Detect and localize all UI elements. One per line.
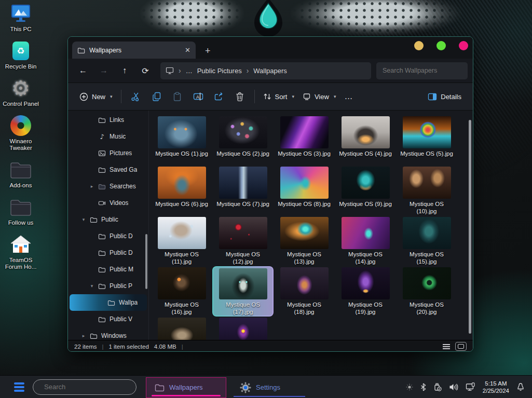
file-item[interactable]: Mystique OS (5).jpg: [396, 115, 457, 166]
file-thumbnail[interactable]: [158, 167, 206, 199]
sidebar-item-links[interactable]: Links: [70, 112, 147, 128]
sidebar-item-music[interactable]: ♪Music: [70, 128, 147, 145]
sidebar-item-videos[interactable]: Videos: [70, 195, 147, 211]
sidebar-item-windows[interactable]: ▸Windows: [70, 327, 147, 340]
network-display-icon[interactable]: [466, 382, 475, 391]
files-scrollbar[interactable]: [469, 120, 471, 334]
file-thumbnail[interactable]: [403, 116, 451, 148]
expand-chevron[interactable]: ▾: [81, 217, 86, 222]
file-item[interactable]: Mystique OS (20).jpg: [396, 266, 457, 317]
breadcrumb-ellipsis[interactable]: …: [186, 67, 193, 75]
up-button[interactable]: ↑: [115, 62, 134, 79]
file-item[interactable]: Mystique OS (9).jpg: [335, 166, 396, 216]
file-thumbnail[interactable]: [280, 116, 329, 148]
taskbar-clock[interactable]: 5:15 AM 2/25/2024: [483, 380, 509, 394]
start-button[interactable]: [14, 382, 24, 392]
file-thumbnail[interactable]: [342, 116, 390, 148]
desktop-icon-follow-us[interactable]: Follow us: [2, 197, 39, 226]
file-item[interactable]: Mystique OS (10).jpg: [396, 166, 457, 216]
view-button[interactable]: View ▾: [298, 90, 340, 104]
address-bar[interactable]: › … Public Pictures › Wallpapers: [160, 62, 371, 79]
file-thumbnail[interactable]: [158, 267, 206, 299]
sidebar-item-public-d[interactable]: Public D: [70, 228, 147, 244]
file-item[interactable]: Mystique OS (11).jpg: [151, 216, 212, 266]
back-button[interactable]: ←: [73, 62, 93, 79]
file-item[interactable]: Mystique OS (14).jpg: [335, 216, 396, 266]
new-tab-button[interactable]: +: [205, 46, 211, 59]
expand-chevron[interactable]: ▾: [89, 283, 94, 289]
desktop-icon-control-panel[interactable]: ⚙ Control Panel: [2, 78, 39, 107]
file-thumbnail[interactable]: [342, 217, 390, 249]
taskbar-search[interactable]: [33, 379, 137, 395]
sidebar-item-saved-ga[interactable]: Saved Ga: [70, 161, 147, 178]
sidebar-item-public-m[interactable]: Public M: [70, 261, 147, 278]
file-item[interactable]: Mystique OS (8).jpg: [274, 166, 335, 216]
copy-button[interactable]: [146, 88, 167, 105]
desktop-icon-this-pc[interactable]: This PC: [2, 3, 39, 33]
file-item[interactable]: Mystique OS (3).jpg: [274, 115, 335, 166]
sidebar-item-wallpa[interactable]: Wallpa: [70, 294, 147, 311]
file-thumbnail[interactable]: [158, 318, 206, 340]
taskbar-item-settings[interactable]: Settings: [231, 377, 307, 398]
file-thumbnail[interactable]: [219, 318, 267, 340]
search-input[interactable]: [383, 67, 461, 74]
file-item[interactable]: Mystique OS (17).jpg: [212, 266, 274, 317]
file-thumbnail[interactable]: [219, 167, 267, 199]
desktop-icon-recycle-bin[interactable]: ♻ Recycle Bin: [2, 40, 39, 70]
thumbnail-view-toggle[interactable]: [455, 342, 467, 351]
file-item[interactable]: Mystique OS (16).jpg: [151, 266, 212, 317]
breadcrumb-public-pictures[interactable]: Public Pictures: [197, 67, 242, 75]
file-thumbnail[interactable]: [219, 268, 267, 299]
breadcrumb-wallpapers[interactable]: Wallpapers: [253, 67, 287, 75]
maximize-button[interactable]: [436, 41, 446, 50]
tab-wallpapers[interactable]: Wallpapers ✕: [72, 42, 196, 59]
brightness-icon[interactable]: [406, 383, 413, 391]
new-button[interactable]: New ▾: [75, 89, 117, 104]
taskbar-item-wallpapers[interactable]: Wallpapers: [146, 377, 226, 398]
bluetooth-icon[interactable]: [420, 383, 426, 391]
file-item[interactable]: Mystique OS (12).jpg: [212, 216, 274, 266]
file-thumbnail[interactable]: [403, 167, 451, 199]
sidebar-item-public[interactable]: ▾Public: [70, 211, 147, 228]
sidebar-item-searches[interactable]: ▸Searches: [70, 178, 147, 195]
refresh-button[interactable]: ⟳: [135, 62, 155, 79]
file-thumbnail[interactable]: [280, 167, 329, 199]
file-thumbnail[interactable]: [280, 267, 329, 299]
file-item[interactable]: Mystique OS (4).jpg: [335, 115, 396, 166]
sidebar-item-pictures[interactable]: Pictures: [70, 145, 147, 161]
rename-button[interactable]: A: [188, 88, 209, 105]
file-item[interactable]: Mystique OS (21).jpg: [151, 317, 212, 340]
file-item[interactable]: Mystique OS (2).jpg: [212, 115, 274, 166]
more-options-button[interactable]: …: [340, 89, 357, 104]
desktop-icon-teamos-forum[interactable]: TeamOS Forum Ho...: [2, 234, 39, 270]
file-item[interactable]: Mystique OS (13).jpg: [274, 216, 335, 266]
file-thumbnail[interactable]: [342, 167, 390, 199]
file-thumbnail[interactable]: [219, 116, 267, 148]
file-thumbnail[interactable]: [280, 217, 329, 249]
cut-button[interactable]: [126, 88, 146, 105]
file-thumbnail[interactable]: [158, 217, 206, 249]
expand-chevron[interactable]: ▸: [81, 333, 86, 338]
expand-chevron[interactable]: ▸: [89, 184, 94, 189]
list-view-toggle[interactable]: [443, 344, 450, 349]
sort-button[interactable]: Sort ▾: [259, 89, 298, 104]
file-thumbnail[interactable]: [403, 267, 451, 299]
file-item[interactable]: Mystique OS (19).jpg: [335, 266, 396, 317]
file-item[interactable]: Mystique OS (1).jpg: [151, 115, 212, 166]
volume-icon[interactable]: [449, 383, 458, 391]
notifications-bell-icon[interactable]: [516, 382, 525, 391]
file-item[interactable]: Mystique OS (6).jpg: [151, 166, 212, 216]
details-button[interactable]: Details: [424, 90, 466, 104]
close-button[interactable]: [459, 41, 468, 50]
sidebar-item-public-v[interactable]: Public V: [70, 311, 147, 327]
file-item[interactable]: Mystique OS (15).jpg: [396, 216, 457, 266]
file-item[interactable]: Mystique OS (22).jpg: [212, 317, 274, 340]
usb-eject-icon[interactable]: [433, 383, 442, 391]
tab-close-icon[interactable]: ✕: [185, 46, 190, 54]
sidebar-item-public-p[interactable]: ▾Public P: [70, 278, 147, 294]
file-thumbnail[interactable]: [403, 217, 451, 249]
paste-button[interactable]: [167, 88, 188, 105]
file-thumbnail[interactable]: [219, 217, 267, 249]
forward-button[interactable]: →: [94, 62, 114, 79]
file-thumbnail[interactable]: [158, 116, 206, 148]
